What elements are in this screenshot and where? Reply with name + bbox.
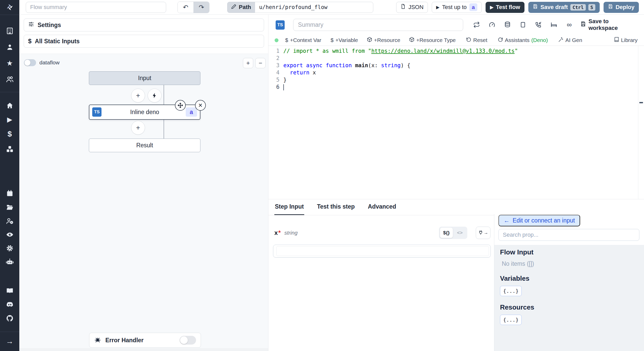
prop-search-input[interactable] xyxy=(498,229,639,241)
delete-step-button[interactable]: × xyxy=(195,100,206,111)
code-mode-button[interactable]: <> xyxy=(453,228,466,238)
package-icon xyxy=(409,37,414,44)
package-icon xyxy=(367,37,372,44)
discord-icon[interactable] xyxy=(0,300,19,309)
bug-icon xyxy=(94,336,101,344)
dataflow-toggle[interactable] xyxy=(24,59,36,66)
json-button[interactable]: JSON xyxy=(396,2,428,13)
workspace-icon[interactable] xyxy=(0,27,19,35)
tab-step-input[interactable]: Step Input xyxy=(274,203,304,215)
assistants-button[interactable]: Assistants (Deno) xyxy=(498,37,548,44)
home-icon[interactable] xyxy=(0,101,19,110)
zoom-in-button[interactable]: + xyxy=(243,58,253,68)
folders-icon[interactable] xyxy=(0,203,19,212)
sidebar-divider xyxy=(0,15,19,15)
editor-overview-ruler[interactable] xyxy=(638,46,644,199)
book-icon xyxy=(614,37,619,44)
audit-eye-icon[interactable] xyxy=(0,230,19,239)
canvas-toolbar: dataflow + − xyxy=(19,57,268,70)
ai-robot-icon[interactable] xyxy=(0,258,19,266)
resources-object-button[interactable]: {...} xyxy=(500,315,522,325)
edit-or-connect-button[interactable]: ← Edit or connect an input xyxy=(498,215,580,226)
save-to-workspace-button[interactable]: Save to workspace xyxy=(580,18,638,31)
github-icon[interactable] xyxy=(0,314,19,323)
ai-gen-button[interactable]: AI Gen xyxy=(558,37,582,44)
field-value-input[interactable] xyxy=(276,246,489,256)
step-id-badge: a xyxy=(469,3,478,11)
favorites-star-icon[interactable]: ★ xyxy=(0,59,19,68)
file-icon xyxy=(401,4,406,11)
redo-button[interactable]: ↷ xyxy=(193,2,209,13)
pencil-icon xyxy=(231,4,236,11)
tab-advanced[interactable]: Advanced xyxy=(367,203,397,215)
settings-gear-icon[interactable] xyxy=(0,244,19,253)
expand-sidebar-arrow-icon[interactable]: → xyxy=(0,337,19,346)
zoom-out-button[interactable]: − xyxy=(255,58,266,68)
path-input[interactable] xyxy=(255,2,373,13)
error-handler-card: Error Handler xyxy=(89,333,201,348)
error-handler-toggle[interactable] xyxy=(180,336,196,345)
infinity-icon[interactable]: ∞ xyxy=(566,21,573,28)
user-icon[interactable] xyxy=(0,43,19,52)
windmill-logo[interactable] xyxy=(0,3,19,12)
performance-gauge-icon[interactable] xyxy=(488,21,495,28)
arrow-right-icon: → xyxy=(484,230,488,235)
arrow-left-icon: ← xyxy=(504,217,510,224)
sleep-bed-icon[interactable] xyxy=(550,21,557,28)
cache-database-icon[interactable] xyxy=(504,21,511,28)
save-icon xyxy=(533,4,538,11)
phone-incoming-icon[interactable] xyxy=(535,21,542,28)
trigger-bolt-button[interactable] xyxy=(148,89,162,102)
library-button[interactable]: Library xyxy=(614,37,638,44)
bottom-panel: Step Input Test this step Advanced x * s… xyxy=(268,199,644,351)
save-icon xyxy=(608,4,613,11)
test-up-to-button[interactable]: ▶ Test up to a xyxy=(432,2,482,13)
save-draft-button[interactable]: Save draft Ctrl S xyxy=(528,2,600,13)
schedules-calendar-icon[interactable] xyxy=(0,189,19,198)
add-resource-type-button[interactable]: +Resource Type xyxy=(409,37,456,44)
resources-boxes-icon[interactable] xyxy=(0,145,19,153)
move-step-button[interactable] xyxy=(175,100,186,111)
template-mode-button[interactable]: ${} xyxy=(440,228,453,238)
runs-play-icon[interactable]: ▶ xyxy=(0,115,19,124)
path-group: Path xyxy=(227,2,373,13)
add-variable-button[interactable]: $ +Variable xyxy=(331,37,358,43)
step-tabbar: Step Input Test this step Advanced xyxy=(268,199,494,215)
tab-test-this-step[interactable]: Test this step xyxy=(316,203,355,215)
kbd-s: S xyxy=(588,4,595,11)
path-edit-button[interactable]: Path xyxy=(227,2,255,13)
variables-dollar-icon[interactable]: $ xyxy=(0,130,19,138)
deploy-button[interactable]: Deploy xyxy=(604,2,639,13)
field-input-frame xyxy=(273,245,491,258)
flow-summary-input[interactable] xyxy=(26,2,166,13)
monaco-code-area[interactable]: 123456 // import * as wmill from "https:… xyxy=(268,46,638,199)
input-mode-toggle: ${} <> xyxy=(439,227,467,239)
connect-input-button[interactable]: → xyxy=(476,227,490,239)
flow-settings-button[interactable]: Settings xyxy=(24,19,264,31)
step-summary-input[interactable] xyxy=(293,19,463,31)
code-editor-pane: TS xyxy=(268,15,644,199)
add-context-var-button[interactable]: $ +Context Var xyxy=(285,37,321,43)
all-static-inputs-button[interactable]: $ All Static Inputs xyxy=(24,35,264,48)
code-gutter: 123456 xyxy=(268,47,279,91)
rotate-ccw-icon xyxy=(466,37,471,44)
concurrency-repeat-icon[interactable] xyxy=(473,21,480,28)
test-flow-button[interactable]: ▶ Test flow xyxy=(486,2,524,13)
field-row: x * string ${} <> → xyxy=(274,227,490,239)
undo-button[interactable]: ↶ xyxy=(178,2,193,13)
variables-object-button[interactable]: {...} xyxy=(500,286,522,296)
add-step-button[interactable]: + xyxy=(131,121,145,135)
undo-redo-group: ↶ ↷ xyxy=(177,2,209,13)
flow-result-node[interactable]: Result xyxy=(89,139,200,152)
play-icon: ▶ xyxy=(436,5,439,10)
docs-book-icon[interactable] xyxy=(0,286,19,295)
reset-button[interactable]: Reset xyxy=(466,37,487,44)
add-resource-button[interactable]: +Resource xyxy=(367,37,400,44)
add-step-button[interactable]: + xyxy=(131,89,145,102)
timeout-square-icon[interactable] xyxy=(519,21,526,28)
required-asterisk: * xyxy=(278,229,281,236)
groups-icon[interactable] xyxy=(0,75,19,84)
workers-user-cog-icon[interactable] xyxy=(0,217,19,225)
flow-input-node[interactable]: Input xyxy=(89,71,200,85)
dollar-icon: $ xyxy=(331,37,334,43)
